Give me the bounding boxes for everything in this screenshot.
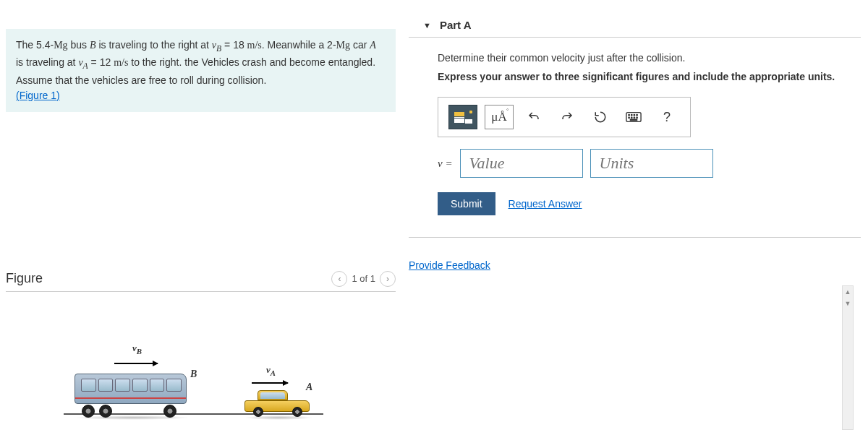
collapse-icon[interactable]: ▼	[423, 21, 431, 30]
reset-button[interactable]	[587, 105, 613, 129]
value-input[interactable]	[460, 149, 583, 178]
undo-button[interactable]	[521, 105, 547, 129]
request-answer-link[interactable]: Request Answer	[509, 198, 582, 210]
question-instructions: Express your answer to three significant…	[438, 71, 861, 82]
svg-point-1	[629, 115, 629, 116]
svg-point-5	[629, 117, 629, 118]
figure-counter: 1 of 1	[352, 273, 375, 284]
svg-point-8	[637, 117, 637, 118]
svg-point-6	[631, 117, 632, 118]
units-button[interactable]: μÅ°	[485, 105, 514, 129]
svg-point-7	[634, 117, 634, 118]
provide-feedback-link[interactable]: Provide Feedback	[409, 259, 490, 271]
keyboard-icon	[626, 111, 642, 123]
help-button[interactable]: ?	[654, 105, 680, 129]
svg-point-4	[637, 115, 637, 116]
figure-title: Figure	[6, 271, 43, 286]
templates-button[interactable]	[448, 105, 477, 129]
part-title: Part A	[440, 19, 472, 31]
figure-prev-button[interactable]: ‹	[331, 271, 347, 287]
keyboard-button[interactable]	[621, 105, 647, 129]
scroll-up-icon[interactable]: ▲	[843, 286, 853, 298]
redo-button[interactable]	[554, 105, 580, 129]
svg-point-3	[634, 115, 634, 116]
bus-graphic	[75, 374, 187, 413]
redo-icon	[561, 111, 574, 124]
car-graphic	[244, 390, 310, 413]
units-input[interactable]	[590, 149, 713, 178]
problem-statement: The 5.4-Mg bus B is traveling to the rig…	[6, 29, 396, 112]
submit-button[interactable]: Submit	[438, 192, 495, 215]
svg-point-2	[631, 115, 632, 116]
answer-variable: v =	[438, 158, 453, 170]
figure-image: vB vA B A	[6, 306, 396, 436]
svg-rect-9	[630, 119, 637, 120]
scroll-down-icon[interactable]: ▼	[843, 298, 853, 309]
question-prompt: Determine their common velocity just aft…	[438, 52, 861, 64]
answer-toolbar: μÅ° ?	[438, 97, 691, 137]
figure-next-button[interactable]: ›	[380, 271, 396, 287]
figure-scrollbar[interactable]: ▲ ▼	[842, 285, 854, 430]
undo-icon	[527, 111, 540, 124]
figure-link[interactable]: (Figure 1)	[16, 90, 60, 101]
reset-icon	[594, 111, 607, 124]
